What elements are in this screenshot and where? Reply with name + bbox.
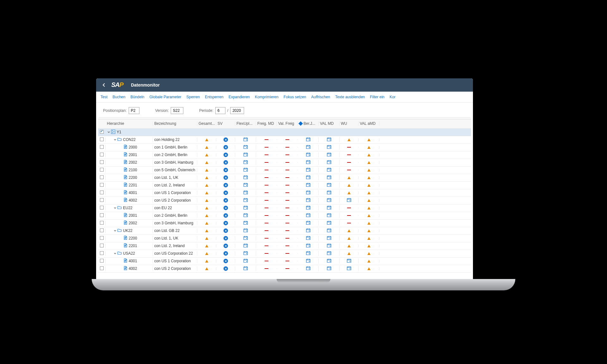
table-row[interactable]: 2001con 2 GmbH, Berlin✕ — [98, 151, 471, 159]
toolbar-texte-ausblenden[interactable]: Texte ausblenden — [335, 95, 365, 99]
table-row[interactable]: 4001con US 1 Corporation✕ — [98, 189, 471, 197]
chevron-down-icon[interactable] — [113, 138, 117, 142]
table-row[interactable]: EU22con EU 22✕ — [98, 204, 471, 212]
toolbar-entsperren[interactable]: Entsperren — [205, 95, 224, 99]
table-row[interactable]: 2001con 2 GmbH, Berlin✕ — [98, 212, 471, 220]
freig-md-cell — [256, 200, 277, 201]
toolbar-buchen[interactable]: Buchen — [113, 95, 126, 99]
toolbar-test[interactable]: Test — [101, 95, 107, 99]
calendar-icon — [306, 205, 310, 210]
row-checkbox[interactable] — [100, 160, 104, 164]
warning-triangle-icon — [205, 245, 208, 247]
wu-cell — [340, 229, 359, 232]
col-freig-md[interactable]: Freig. MD — [256, 121, 277, 126]
row-checkbox[interactable] — [100, 266, 104, 270]
toolbar-sperren[interactable]: Sperren — [186, 95, 200, 99]
dash-icon — [265, 208, 268, 208]
bezeichnung-cell: con Ltd. 1, UK — [153, 236, 197, 240]
periode-month-input[interactable] — [215, 107, 225, 114]
toolbar-expandieren[interactable]: Expandieren — [229, 95, 250, 99]
table-row[interactable]: 2200con Ltd. 1, UK✕ — [98, 174, 471, 182]
col-ber-j-[interactable]: Ber.J... — [298, 121, 319, 126]
freig-md-cell — [256, 177, 277, 178]
row-checkbox[interactable] — [100, 251, 104, 255]
svg-point-6 — [329, 147, 330, 148]
wu-cell — [340, 258, 359, 264]
row-checkbox[interactable] — [100, 168, 104, 172]
val-md-cell — [319, 145, 340, 150]
dash-icon — [265, 155, 268, 155]
toolbar-auffrischen[interactable]: Auffrischen — [311, 95, 330, 99]
row-checkbox[interactable] — [100, 175, 104, 179]
col-val-freig[interactable]: Val. Freig — [277, 121, 298, 126]
table-row[interactable]: USA22con US Corporation 22✕ — [98, 250, 471, 258]
col-bezeichnung[interactable]: Bezeichnung — [153, 121, 197, 126]
laptop-base — [92, 279, 515, 290]
svg-point-18 — [329, 178, 330, 178]
table-row[interactable]: 4001con US 1 Corporation✕ — [98, 258, 471, 265]
table-row[interactable]: 2100con 5 GmbH, Österreich✕ — [98, 167, 471, 174]
table-row[interactable]: UK22con Ltd. GB 22✕ — [98, 227, 471, 235]
row-checkbox[interactable] — [100, 198, 104, 202]
chevron-down-icon[interactable] — [113, 206, 117, 210]
col-hierarchie[interactable]: Hierarchie — [106, 121, 153, 126]
svg-point-44 — [246, 246, 247, 246]
warning-triangle-icon — [205, 191, 208, 194]
val-amd-cell — [359, 260, 379, 263]
row-checkbox[interactable] — [100, 130, 104, 134]
table-row[interactable]: 2200con Ltd. 1, UK✕ — [98, 235, 471, 242]
positionsplan-input[interactable] — [129, 107, 139, 114]
row-checkbox[interactable] — [100, 259, 104, 263]
row-checkbox[interactable] — [100, 221, 104, 225]
warning-triangle-icon — [347, 237, 351, 240]
chevron-down-icon[interactable] — [113, 229, 117, 233]
row-checkbox[interactable] — [100, 213, 104, 217]
val-md-cell — [319, 243, 340, 248]
chevron-down-icon[interactable] — [113, 252, 117, 255]
version-label: Version: — [155, 108, 169, 113]
row-checkbox[interactable] — [100, 244, 104, 247]
toolbar-globale-parameter[interactable]: Globale Parameter — [150, 95, 181, 99]
table-row[interactable]: 2002con 3 GmbH, Hamburg✕ — [98, 220, 471, 227]
table-row[interactable]: 2201con Ltd. 2, Ireland✕ — [98, 182, 471, 189]
dash-icon — [265, 139, 268, 140]
row-checkbox[interactable] — [100, 228, 104, 232]
version-input[interactable] — [171, 107, 183, 114]
table-row[interactable]: 2000con 1 GmbH, Berlin✕ — [98, 144, 471, 151]
flexupl-cell — [235, 213, 256, 218]
row-checkbox[interactable] — [100, 206, 104, 209]
table-row[interactable]: 2002con 3 GmbH, Hamburg✕ — [98, 159, 471, 167]
wu-cell — [340, 147, 359, 148]
table-row[interactable]: CON22con Holding 22✕ — [98, 136, 471, 144]
back-button[interactable] — [101, 82, 107, 88]
chevron-down-icon[interactable] — [107, 130, 110, 134]
col-val-md[interactable]: VAL MD — [319, 121, 340, 126]
folder-icon — [117, 228, 122, 234]
table-row[interactable]: 2201con Ltd. 2, Ireland✕ — [98, 242, 471, 250]
toolbar-kor[interactable]: Kor — [389, 95, 395, 99]
row-checkbox[interactable] — [100, 145, 104, 149]
table-row[interactable]: 4002con US 2 Corporation✕ — [98, 265, 471, 273]
toolbar-fokus-setzen[interactable]: Fokus setzen — [284, 95, 306, 99]
col-flexupl-[interactable]: FlexUpl... — [235, 121, 256, 126]
row-checkbox[interactable] — [100, 191, 104, 194]
row-checkbox[interactable] — [100, 236, 104, 240]
flexupl-cell — [235, 221, 256, 226]
col-gesamt-[interactable]: Gesamt... — [197, 121, 216, 126]
toolbar-komprimieren[interactable]: Komprimieren — [255, 95, 279, 99]
svg-point-29 — [246, 208, 247, 209]
toolbar-bündeln[interactable]: Bündeln — [131, 95, 144, 99]
row-checkbox[interactable] — [100, 137, 104, 141]
dash-icon — [265, 261, 268, 261]
periode-year-input[interactable] — [230, 107, 244, 114]
gesamt-cell — [197, 207, 216, 209]
col-wu[interactable]: WU — [340, 121, 359, 126]
calendar-icon — [306, 258, 310, 264]
toolbar-filter-ein[interactable]: Filter ein — [370, 95, 384, 99]
table-row[interactable]: 4002con US 2 Corporation✕ — [98, 197, 471, 204]
col-val-amd[interactable]: VAL aMD — [359, 121, 379, 126]
table-row[interactable]: Y1 — [98, 129, 471, 136]
col-sv[interactable]: SV — [216, 121, 235, 126]
row-checkbox[interactable] — [100, 153, 104, 156]
row-checkbox[interactable] — [100, 183, 104, 187]
